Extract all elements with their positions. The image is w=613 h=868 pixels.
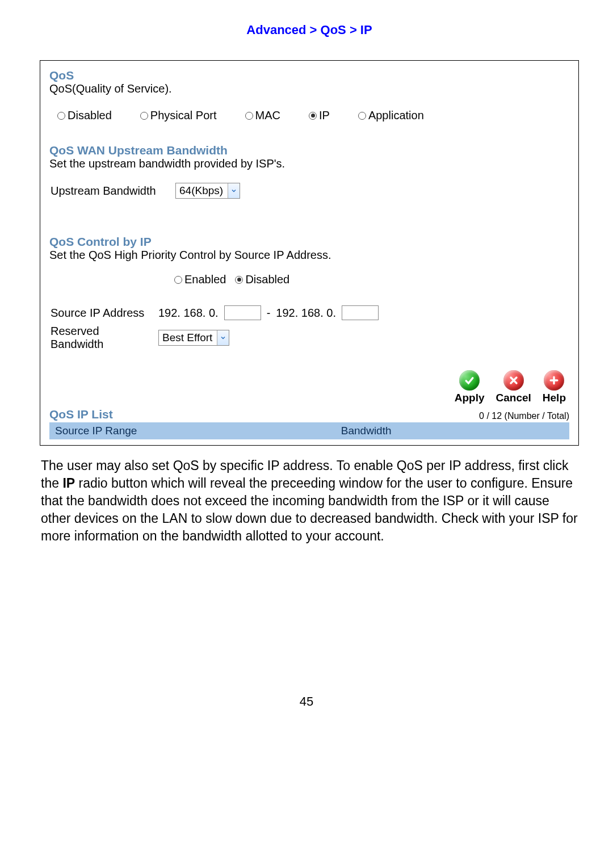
radio-icon bbox=[245, 112, 253, 120]
qos-list-count: 0 / 12 (Number / Total) bbox=[479, 411, 569, 421]
qos-panel: QoS QoS(Quality of Service). Disabled Ph… bbox=[40, 60, 579, 446]
select-value: Best Effort bbox=[159, 332, 217, 344]
cancel-label: Cancel bbox=[496, 392, 531, 404]
qos-mode-radio-group: Disabled Physical Port MAC IP Applicatio… bbox=[49, 106, 569, 132]
select-value: 64(Kbps) bbox=[176, 184, 228, 197]
reserved-bandwidth-label: Reserved Bandwidth bbox=[51, 325, 153, 351]
breadcrumb: Advanced > QoS > IP bbox=[40, 23, 579, 37]
radio-label: Physical Port bbox=[150, 109, 217, 122]
explanatory-text: The user may also set QoS by specific IP… bbox=[40, 457, 579, 545]
control-desc: Set the QoS High Priority Control by Sou… bbox=[49, 249, 569, 262]
cancel-button[interactable]: Cancel bbox=[496, 370, 531, 404]
help-button[interactable]: Help bbox=[543, 370, 566, 404]
radio-icon bbox=[174, 276, 182, 284]
apply-button[interactable]: Apply bbox=[455, 370, 485, 404]
qos-list-header: QoS IP List 0 / 12 (Number / Total) bbox=[49, 408, 569, 421]
radio-label: Application bbox=[368, 109, 424, 122]
upstream-bandwidth-label: Upstream Bandwidth bbox=[51, 184, 170, 198]
table-header-row: Source IP Range Bandwidth bbox=[49, 422, 569, 439]
source-ip-end-input[interactable] bbox=[342, 305, 379, 320]
source-ip-start-input[interactable] bbox=[224, 305, 261, 320]
apply-label: Apply bbox=[455, 392, 485, 404]
radio-icon bbox=[57, 112, 65, 120]
upstream-bandwidth-row: Upstream Bandwidth 64(Kbps) bbox=[49, 181, 569, 201]
col-bandwidth: Bandwidth bbox=[335, 422, 569, 439]
control-enabled[interactable]: Enabled bbox=[174, 273, 226, 286]
help-label: Help bbox=[543, 392, 566, 404]
body-text-bold: IP bbox=[62, 476, 75, 490]
page-number: 45 bbox=[0, 694, 613, 709]
radio-label: IP bbox=[319, 109, 330, 122]
reserved-bandwidth-row: Reserved Bandwidth Best Effort bbox=[49, 322, 569, 353]
qos-title: QoS bbox=[49, 69, 569, 82]
upstream-desc: Set the upstream bandwidth provided by I… bbox=[49, 157, 569, 170]
control-disabled[interactable]: Disabled bbox=[235, 273, 289, 286]
x-icon bbox=[503, 370, 524, 391]
qos-list-title: QoS IP List bbox=[49, 408, 113, 421]
control-title: QoS Control by IP bbox=[49, 235, 569, 249]
source-ip-prefix-start: 192. 168. 0. bbox=[158, 307, 219, 320]
qos-mode-ip[interactable]: IP bbox=[309, 109, 330, 122]
source-ip-label: Source IP Address bbox=[51, 307, 153, 320]
source-ip-prefix-end: 192. 168. 0. bbox=[276, 307, 336, 320]
qos-list-table: Source IP Range Bandwidth bbox=[49, 422, 569, 439]
radio-label: Disabled bbox=[245, 273, 289, 286]
qos-mode-disabled[interactable]: Disabled bbox=[57, 109, 112, 122]
radio-label: Disabled bbox=[68, 109, 112, 122]
plus-icon bbox=[544, 370, 564, 391]
qos-desc: QoS(Quality of Service). bbox=[49, 82, 569, 95]
col-source-ip-range: Source IP Range bbox=[49, 422, 335, 439]
radio-icon bbox=[358, 112, 366, 120]
upstream-title: QoS WAN Upstream Bandwidth bbox=[49, 144, 569, 157]
radio-label: MAC bbox=[255, 109, 280, 122]
reserved-bandwidth-select[interactable]: Best Effort bbox=[158, 330, 229, 346]
radio-label: Enabled bbox=[184, 273, 226, 286]
action-bar: Apply Cancel Help bbox=[49, 370, 569, 404]
radio-icon bbox=[235, 276, 243, 284]
check-icon bbox=[459, 370, 480, 391]
chevron-down-icon bbox=[217, 330, 229, 345]
radio-icon bbox=[309, 112, 317, 120]
control-enable-radio-group: Enabled Disabled bbox=[49, 273, 569, 286]
chevron-down-icon bbox=[228, 183, 240, 198]
body-text-2: radio button which will reveal the prece… bbox=[41, 476, 578, 543]
qos-mode-physical-port[interactable]: Physical Port bbox=[140, 109, 217, 122]
radio-icon bbox=[140, 112, 148, 120]
qos-mode-mac[interactable]: MAC bbox=[245, 109, 280, 122]
source-ip-row: Source IP Address 192. 168. 0. - 192. 16… bbox=[49, 303, 569, 322]
source-ip-dash: - bbox=[267, 307, 271, 320]
qos-mode-application[interactable]: Application bbox=[358, 109, 424, 122]
upstream-bandwidth-select[interactable]: 64(Kbps) bbox=[175, 183, 240, 199]
